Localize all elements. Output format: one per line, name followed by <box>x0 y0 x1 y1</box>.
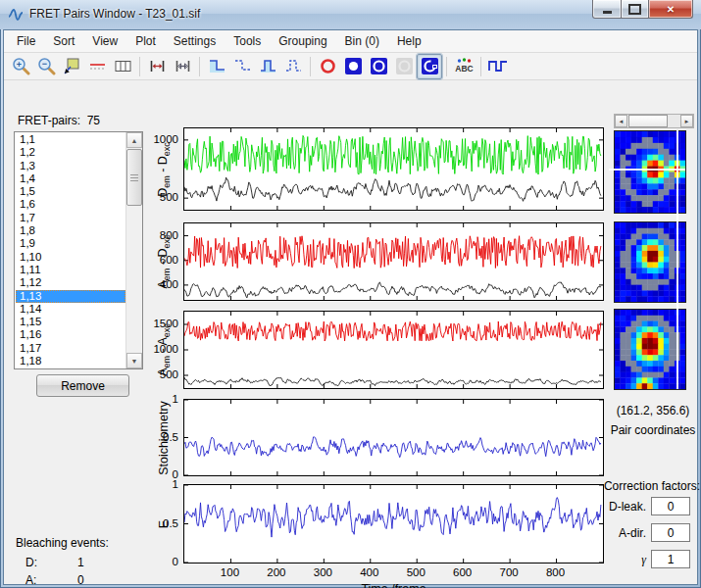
fret-pairs-label: FRET-pairs: 75 <box>18 114 100 127</box>
layout-columns-icon[interactable] <box>110 54 135 79</box>
toolbar-separator <box>139 57 140 76</box>
minimize-button[interactable] <box>592 0 622 19</box>
toolbar-separator <box>446 57 447 76</box>
slider-thumb[interactable] <box>628 115 668 127</box>
zoom-in-icon[interactable]: + <box>8 54 33 79</box>
pair-coordinates-value: (161.2, 356.6) <box>604 404 701 417</box>
plot-axes <box>183 484 604 564</box>
correction-input-a-dir[interactable] <box>651 523 690 542</box>
donor-dexc-image <box>614 130 686 214</box>
maximize-button[interactable] <box>622 0 649 19</box>
square-disabled-icon <box>391 54 417 79</box>
menu-item-view[interactable]: View <box>83 31 126 51</box>
svg-text:ABC: ABC <box>455 64 473 74</box>
step-down-filled-icon[interactable] <box>204 54 229 79</box>
y-tick-label: 1 <box>120 393 178 405</box>
plot-axes <box>183 222 604 301</box>
y-tick-label: 0.5 <box>120 431 178 443</box>
menu-item-sort[interactable]: Sort <box>44 31 83 51</box>
square-circle-pressed-icon[interactable] <box>417 54 442 79</box>
y-tick-label: 0 <box>120 556 178 567</box>
x-tick-label: 400 <box>360 566 378 578</box>
plot-axes <box>183 311 604 389</box>
y-tick-label: 1 <box>120 478 178 490</box>
x-tick-label: 800 <box>546 566 565 578</box>
x-tick-label: 200 <box>267 566 285 578</box>
abc-labels-icon[interactable]: ABC <box>451 54 476 79</box>
pair-coordinates-label: Pair coordinates <box>604 423 701 437</box>
toolbar-separator <box>480 57 481 76</box>
y-tick-label: 1500 <box>120 318 178 329</box>
correction-label-dleak: D-leak. <box>553 500 646 514</box>
slider-right-icon[interactable]: ► <box>680 115 693 127</box>
plot-row-0: Dem - Dexc5001000 <box>4 127 612 211</box>
y-tick-label: 400 <box>120 278 178 290</box>
acceptor-dexc-image <box>614 221 686 303</box>
circle-red-icon[interactable] <box>315 54 340 79</box>
y-tick-label: 800 <box>120 229 178 241</box>
threshold-line-icon[interactable] <box>84 54 110 79</box>
menu-item-grouping[interactable]: Grouping <box>270 31 335 51</box>
toolbar-separator <box>199 57 200 76</box>
slider-left-icon[interactable]: ◄ <box>615 115 627 127</box>
pair-slider[interactable]: ◄ ► <box>614 114 694 128</box>
square-circle-icon[interactable] <box>366 54 391 79</box>
window-title: FRET Pairs Window - T23_01.sif <box>29 7 200 21</box>
menu-item-file[interactable]: File <box>8 31 44 51</box>
plot-row-1: Aem - Dexc400600800 <box>4 222 612 301</box>
acceptor-aexc-image <box>614 309 686 390</box>
menu-item-settings[interactable]: Settings <box>165 31 225 51</box>
region-select-icon[interactable] <box>59 54 84 79</box>
square-dot-icon[interactable] <box>340 54 366 79</box>
step-pulse-outline-icon[interactable] <box>280 54 306 79</box>
x-tick-label: 300 <box>314 566 332 578</box>
plot-axes <box>183 399 604 476</box>
x-tick-label: 100 <box>221 566 239 578</box>
crosshair-horizontal <box>609 169 685 171</box>
bleaching-row-label: A: <box>25 573 36 587</box>
close-button[interactable]: ✕ <box>649 0 693 19</box>
zoom-out-icon[interactable]: − <box>33 54 59 79</box>
x-tick-label: 600 <box>453 566 472 578</box>
plot-row-4: E00.51100200300400500600700800Time /fram… <box>4 484 612 564</box>
x-axis-label: Time /frame <box>183 582 604 588</box>
y-tick-label: 500 <box>120 368 178 380</box>
correction-label-: γ <box>553 553 646 567</box>
correction-input-d-leak[interactable] <box>651 497 690 515</box>
plot-row-2: Aem - Aexc50010001500 <box>4 311 612 389</box>
correction-factors-title: Correction factors: <box>592 479 700 493</box>
correction-label-adir: A-dir. <box>553 526 646 540</box>
title-bar: FRET Pairs Window - T23_01.sif ✕ <box>0 0 701 29</box>
svg-text:+: + <box>16 60 21 70</box>
bleaching-row-value: 0 <box>77 573 84 587</box>
waveform-icon <box>8 7 24 23</box>
menu-bar: FileSortViewPlotSettingsToolsGroupingBin… <box>4 30 697 53</box>
width-auto-icon[interactable] <box>170 54 195 79</box>
y-tick-label: 500 <box>120 191 178 203</box>
y-tick-label: 0.5 <box>120 517 178 529</box>
plot-row-3: Stoichiometry00.51 <box>4 399 612 476</box>
y-tick-label: 600 <box>120 254 178 266</box>
toolbar: +−ABC <box>4 53 697 80</box>
window-controls: ✕ <box>592 0 693 19</box>
svg-text:−: − <box>41 59 46 69</box>
width-fixed-icon[interactable] <box>144 54 170 79</box>
menu-item-bin-0[interactable]: Bin (0) <box>336 31 388 51</box>
menu-item-help[interactable]: Help <box>388 31 430 51</box>
plot-axes <box>183 127 604 211</box>
plot-ylabel: Dem - Dexc <box>156 142 173 197</box>
menu-item-tools[interactable]: Tools <box>225 31 270 51</box>
correction-input-gamma[interactable] <box>651 550 690 568</box>
x-tick-label: 500 <box>407 566 426 578</box>
window-body: FileSortViewPlotSettingsToolsGroupingBin… <box>3 29 698 585</box>
y-tick-label: 1000 <box>120 133 178 145</box>
menu-item-plot[interactable]: Plot <box>126 31 165 51</box>
x-tick-label: 700 <box>500 566 519 578</box>
step-down-outline-icon[interactable] <box>229 54 255 79</box>
client-area: FRET-pairs: 75 1,11,21,31,41,51,61,71,81… <box>4 80 697 584</box>
toolbar-separator <box>310 57 311 76</box>
fret-pairs-window: FRET Pairs Window - T23_01.sif ✕ FileSor… <box>0 0 701 588</box>
fret-pairs-count: 75 <box>87 114 100 127</box>
step-pulse-filled-icon[interactable] <box>255 54 280 79</box>
pulse-wave-icon[interactable] <box>485 54 511 79</box>
